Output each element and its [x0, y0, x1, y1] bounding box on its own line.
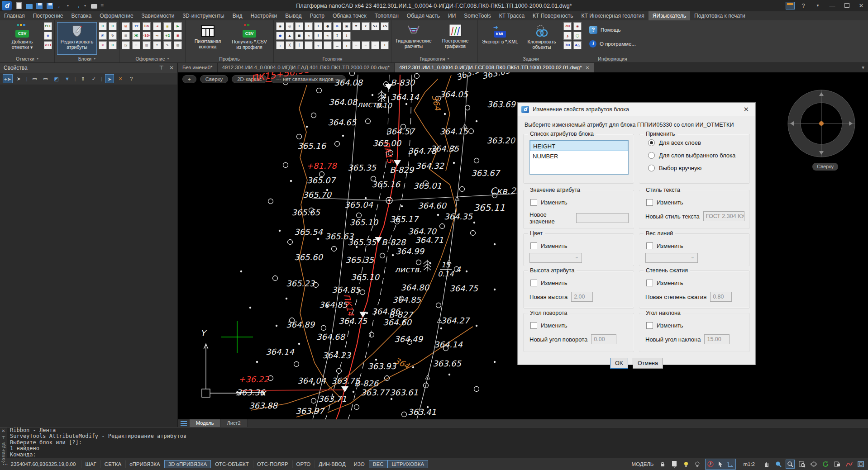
get-csv-button[interactable]: CSV Получить *.CSV из профиля: [229, 22, 269, 55]
properties-tool-icon[interactable]: ➤: [105, 74, 114, 83]
ribbon-tool-icon[interactable]: 3D: [563, 41, 572, 49]
axes-icon[interactable]: [726, 460, 735, 469]
zoom-lens-icon[interactable]: [774, 460, 783, 469]
open-folder-icon[interactable]: [26, 4, 33, 9]
new-rotation-input[interactable]: 0.00: [591, 334, 616, 344]
ribbon-tool-icon[interactable]: ↝: [153, 32, 161, 40]
attribute-list[interactable]: HEIGHTNUMBER: [529, 140, 629, 175]
close-cmd-icon[interactable]: ✕: [1, 428, 5, 433]
group-label-decoration[interactable]: Оформление▾: [119, 55, 185, 62]
ribbon-tab-Вид[interactable]: Вид: [229, 11, 247, 20]
properties-tool-icon[interactable]: ⇑: [78, 74, 87, 83]
ribbon-tool-icon[interactable]: ▦: [122, 32, 130, 40]
bulb-cursor-icon[interactable]: [693, 460, 702, 469]
dialog-close-icon[interactable]: ✕: [740, 105, 752, 114]
ribbon-tool-icon[interactable]: ─: [305, 41, 313, 49]
pin-icon[interactable]: ⊤: [159, 65, 163, 71]
ribbon-tool-icon[interactable]: ↓5: [381, 22, 389, 30]
properties-tool-icon[interactable]: +➤: [3, 74, 13, 83]
attribute-item-HEIGHT[interactable]: HEIGHT: [530, 141, 628, 151]
ribbon-tool-icon[interactable]: I: [314, 32, 322, 40]
ribbon-tab-Главная[interactable]: Главная: [0, 11, 29, 20]
ribbon-tool-icon[interactable]: ●: [324, 22, 332, 30]
status-toggle-ОТС-ОБЪЕКТ[interactable]: ОТС-ОБЪЕКТ: [211, 460, 253, 468]
ribbon-tool-icon[interactable]: ∷: [109, 41, 117, 49]
cursor-icon[interactable]: [716, 460, 725, 469]
pan-hand-icon[interactable]: [762, 460, 771, 469]
ribbon-tab-Зависимости[interactable]: Зависимости: [138, 11, 179, 20]
properties-tool-icon[interactable]: ▼: [63, 74, 72, 83]
view-direction-badge[interactable]: Сверху: [812, 163, 838, 171]
ribbon-tool-icon[interactable]: ∷: [99, 22, 107, 30]
group-label-marks[interactable]: Отметки▾: [0, 55, 54, 62]
bulb-icon[interactable]: [682, 460, 691, 469]
spline-icon[interactable]: [844, 460, 854, 469]
regen-icon[interactable]: [821, 460, 830, 469]
ribbon-tool-icon[interactable]: ↓: [343, 32, 351, 40]
ribbon-tab-SomeTools[interactable]: SomeTools: [460, 11, 495, 20]
close-button[interactable]: ✕: [854, 0, 868, 11]
document-tab[interactable]: 4912.304.ИИ.4_0.0004-0-ИГДИ-Г.АД.401.ПК0…: [218, 63, 395, 72]
ribbon-tool-icon[interactable]: ↑: [153, 41, 161, 49]
redo-icon[interactable]: →: [74, 2, 81, 9]
ribbon-tab-Вывод[interactable]: Вывод: [281, 11, 305, 20]
undo-icon[interactable]: ←: [57, 2, 64, 9]
orbit-off-icon[interactable]: [706, 460, 715, 469]
ribbon-tool-icon[interactable]: lin: [143, 22, 151, 30]
apply-radio[interactable]: [648, 139, 655, 146]
navigation-wheel[interactable]: [783, 85, 860, 162]
change-style-checkbox[interactable]: [646, 199, 653, 206]
annotation-scale[interactable]: m1:2: [739, 461, 759, 467]
new-height-input[interactable]: 2.00: [571, 292, 593, 302]
save-icon[interactable]: [36, 3, 43, 9]
viewport-control-pill[interactable]: +: [182, 75, 196, 83]
ribbon-tool-icon[interactable]: ■: [295, 32, 303, 40]
customize-icon[interactable]: ≡: [100, 3, 104, 9]
save-all-icon[interactable]: [47, 3, 53, 9]
ribbon-tool-icon[interactable]: ∷: [109, 22, 117, 30]
ribbon-tool-icon[interactable]: f11: [44, 22, 52, 30]
ribbon-tool-icon[interactable]: ┯: [314, 41, 322, 49]
ribbon-tool-icon[interactable]: ×11: [44, 41, 52, 49]
undo-caret-icon[interactable]: ▾: [67, 4, 71, 8]
change-height-checkbox[interactable]: [530, 280, 537, 286]
export-kml-button[interactable]: ➔KML Экспорт в *.KML: [480, 22, 520, 55]
group-label-blocks[interactable]: Блоки▾: [55, 55, 119, 62]
clone-objects-button[interactable]: Клонировать объекты: [522, 22, 562, 55]
cancel-button[interactable]: Отмена: [633, 358, 663, 369]
ribbon-tool-icon[interactable]: ●: [276, 32, 284, 40]
properties-tool-icon[interactable]: ➤: [14, 74, 24, 83]
ribbon-tool-icon[interactable]: ⚑: [352, 22, 360, 30]
status-toggle-СЕТКА[interactable]: СЕТКА: [100, 460, 125, 468]
group-label-geology[interactable]: Геология: [274, 55, 391, 62]
ribbon-tool-icon[interactable]: ʒ: [563, 32, 572, 40]
ribbon-tab-Подготовка к печати[interactable]: Подготовка к печати: [690, 11, 749, 20]
ribbon-tool-icon[interactable]: 5↓: [371, 22, 379, 30]
close-tab-icon[interactable]: ✕: [586, 65, 589, 70]
properties-tool-icon[interactable]: ▭: [30, 74, 39, 83]
new-slant-input[interactable]: 15.00: [704, 334, 730, 344]
help-ribbon-button[interactable]: ? Помощь: [587, 24, 623, 36]
change-lineweight-checkbox[interactable]: [646, 242, 653, 249]
group-label-tasks[interactable]: Задачи: [478, 55, 584, 62]
zoom-window-icon[interactable]: [786, 460, 795, 469]
ribbon-tool-icon[interactable]: ✦: [295, 22, 303, 30]
ribbon-tool-icon[interactable]: ↻: [109, 32, 117, 40]
ribbon-tab-КТ Инженерная геология[interactable]: КТ Инженерная геология: [577, 11, 649, 20]
ribbon-tool-icon[interactable]: ✕: [99, 41, 107, 49]
ribbon-tab-Общая часть[interactable]: Общая часть: [403, 11, 444, 20]
ribbon-tool-icon[interactable]: Тт: [132, 22, 140, 30]
lock-icon[interactable]: [658, 460, 667, 469]
orbit-icon[interactable]: [809, 460, 818, 469]
ribbon-tab-Настройки[interactable]: Настройки: [246, 11, 281, 20]
ribbon-tab-Растр[interactable]: Растр: [306, 11, 329, 20]
restore-button[interactable]: [840, 0, 854, 11]
status-toggle-ШТРИХОВКА[interactable]: ШТРИХОВКА: [387, 460, 428, 468]
change-compression-checkbox[interactable]: [646, 280, 653, 286]
group-label-hydrology[interactable]: Гидрология▾: [391, 55, 477, 62]
sheet-icon[interactable]: [670, 460, 679, 469]
pin-cmd-icon[interactable]: ⊤: [1, 435, 5, 440]
ribbon-tool-icon[interactable]: ⇥: [153, 22, 161, 30]
group-label-profile[interactable]: Профиль: [186, 55, 273, 62]
status-toggle-ВЕС[interactable]: ВЕС: [369, 460, 388, 468]
